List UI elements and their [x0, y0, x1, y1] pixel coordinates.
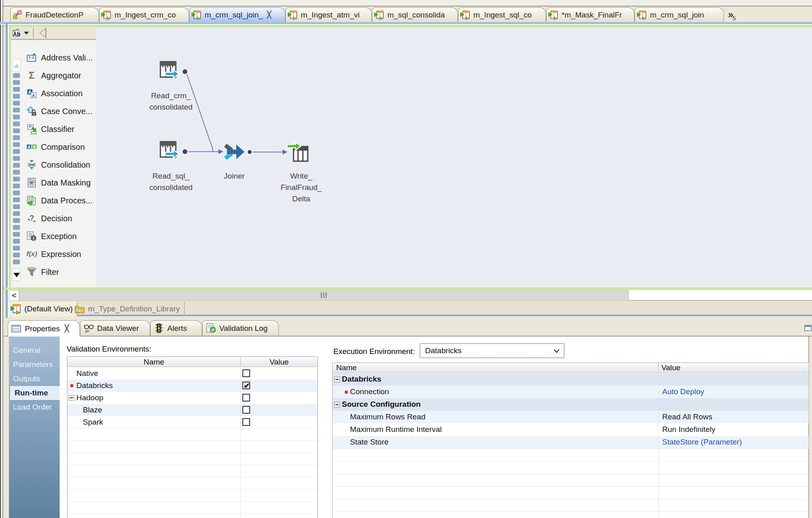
palette-item-label: Exception	[41, 232, 77, 241]
collapse-expander-icon[interactable]	[69, 395, 74, 401]
environment-row-spark[interactable]: Spark	[67, 416, 317, 428]
column-header-value[interactable]: Value	[241, 357, 317, 367]
node-label-read-sql[interactable]: Read_sql_consolidated	[138, 171, 203, 193]
node-label-joiner[interactable]: Joiner	[202, 171, 267, 182]
label-tool-dropdown-arrow[interactable]	[24, 32, 29, 35]
property-value[interactable]: StateStore (Parameter)	[662, 436, 742, 449]
column-line	[240, 490, 241, 502]
palette-item-exception[interactable]: Exception	[11, 227, 96, 245]
palette-item-data-masking[interactable]: Data Masking	[11, 174, 96, 192]
palette-item-filter[interactable]: Filter	[11, 263, 96, 281]
palette-item-association[interactable]: Association	[11, 84, 96, 102]
checkmark-icon: ✔	[244, 381, 250, 391]
property-row-maximum-runtime-interval[interactable]: Maximum Runtime Interval Run Indefinitel…	[333, 423, 809, 436]
checkbox-spark[interactable]	[242, 418, 250, 426]
empty-row	[67, 465, 317, 477]
tab-overflow-button[interactable]: »5	[728, 9, 736, 20]
palette-item-consolidation[interactable]: Consolidation	[11, 156, 96, 174]
editor-tab-m-ingest-atm-vi[interactable]: m_Ingest_atm_vi	[285, 7, 372, 22]
property-row-connection[interactable]: Connection Auto Deploy	[333, 386, 809, 398]
close-tab-icon[interactable]: ╳	[65, 324, 68, 333]
close-tab-icon[interactable]: ╳	[267, 11, 270, 19]
column-header-name[interactable]: Name	[336, 363, 357, 373]
palette-item-case-conve-[interactable]: Case Conve...	[11, 102, 96, 120]
environment-row-databricks[interactable]: Databricks ✔	[67, 380, 317, 392]
nav-item-load-order[interactable]: Load Order	[9, 400, 60, 414]
editor-tab--m-mask-finalfr[interactable]: *m_Mask_FinalFr	[546, 7, 635, 22]
execution-environment-select[interactable]: Databricks	[420, 343, 564, 358]
required-indicator	[345, 391, 348, 394]
node-icon-read-crm[interactable]	[160, 61, 180, 80]
column-header-value[interactable]: Value	[661, 363, 680, 373]
property-row-source-configuration[interactable]: Source Configuration	[333, 398, 809, 411]
editor-tab-m-ingest-sql-co[interactable]: m_Ingest_sql_co	[458, 7, 546, 22]
column-header-name[interactable]: Name	[67, 357, 240, 367]
node-icon-read-sql[interactable]	[160, 141, 180, 160]
mapping-icon	[374, 10, 384, 20]
label-tool-icon[interactable]	[12, 28, 21, 38]
tab-data-viewer[interactable]: Data Viewer	[80, 320, 150, 336]
collapse-expander-icon[interactable]	[334, 402, 340, 408]
connector-layer	[96, 27, 812, 287]
property-value[interactable]: Auto Deploy	[662, 386, 704, 398]
palette-item-expression[interactable]: f(x)Expression	[11, 245, 96, 263]
collapse-expander-icon[interactable]	[334, 377, 340, 382]
palette-item-comparison[interactable]: Comparison	[11, 138, 96, 156]
scrollbar-grip	[319, 292, 328, 298]
tab-alerts[interactable]: Alerts	[150, 320, 202, 336]
editor-tab-m-ingest-crm-co[interactable]: m_Ingest_crm_co	[99, 7, 189, 22]
environment-name: Databricks	[76, 380, 113, 392]
editor-tab-label: FraudDetectionP	[26, 11, 84, 19]
canvas-horizontal-scrollbar[interactable]: <	[9, 290, 812, 301]
tab-validation-log[interactable]: Validation Log	[202, 320, 279, 336]
palette-item-decision[interactable]: Decision	[11, 209, 96, 227]
editor-tab-m-crm-sql-join-[interactable]: m_crm_sql_join_ ╳	[189, 7, 285, 22]
palette-item-aggregator[interactable]: ΣAggregator	[11, 67, 96, 84]
environment-row-blaze[interactable]: Blaze	[67, 404, 317, 416]
checkbox-native[interactable]	[242, 369, 250, 377]
property-row-state-store[interactable]: State Store StateStore (Parameter)	[333, 436, 809, 449]
checkbox-blaze[interactable]	[242, 406, 250, 414]
property-value[interactable]: Read All Rows	[662, 411, 713, 423]
checkbox-databricks[interactable]: ✔	[242, 382, 250, 389]
column-line	[240, 465, 241, 477]
empty-row	[67, 453, 317, 465]
property-row-maximum-rows-read[interactable]: Maximum Rows Read Read All Rows	[333, 411, 809, 423]
maximize-panel-icon[interactable]	[804, 324, 812, 332]
property-value[interactable]: Run Indefinitely	[662, 423, 715, 436]
nav-item-outputs[interactable]: Outputs	[9, 372, 60, 386]
palette-item-data-proces-[interactable]: Data Proces...	[11, 192, 96, 209]
column-separator[interactable]	[658, 364, 659, 372]
editor-tab-m-crm-sql-join[interactable]: m_crm_sql_join	[635, 7, 724, 22]
nav-item-run-time[interactable]: Run-time	[10, 386, 60, 400]
view-tab--default-view-[interactable]: (Default View)	[9, 302, 78, 316]
collapse-palette-button[interactable]	[39, 28, 46, 38]
execution-environment-label: Execution Environment:	[333, 347, 415, 356]
output-port-joiner[interactable]	[247, 150, 252, 155]
node-label-read-crm[interactable]: Read_crm_consolidated	[138, 90, 203, 113]
node-icon-write[interactable]	[287, 141, 309, 162]
environment-row-hadoop[interactable]: Hadoop	[67, 392, 317, 404]
node-label-write[interactable]: Write_FinalFraud_Delta	[269, 171, 334, 205]
editor-tab-m-sql-consolida[interactable]: m_sql_consolida	[372, 7, 458, 22]
output-port-read-crm[interactable]	[182, 69, 188, 75]
nav-item-parameters[interactable]: Parameters	[9, 358, 60, 371]
environment-row-native[interactable]: Native	[67, 367, 317, 380]
mapping-icon	[460, 10, 470, 20]
property-name: Source Configuration	[342, 398, 421, 411]
expression-icon: f(x)	[26, 250, 37, 258]
empty-row	[67, 477, 317, 489]
editor-tab-frauddetectionp[interactable]: FraudDetectionP	[10, 7, 99, 22]
palette-item-classifier[interactable]: Classifier	[11, 120, 96, 138]
checkbox-hadoop[interactable]	[242, 394, 250, 401]
mapping-canvas[interactable]: Read_crm_consolidated Read_sql_consolida…	[96, 27, 812, 287]
nav-item-general[interactable]: General	[9, 343, 60, 357]
palette-item-address-vali-[interactable]: Address Vali...	[11, 49, 96, 67]
node-icon-joiner[interactable]	[224, 143, 245, 161]
scroll-left-button[interactable]: <	[9, 290, 19, 301]
property-row-databricks[interactable]: Databricks	[333, 373, 809, 386]
view-tab-m-type-definition-library[interactable]: m_Type_Definition_Library	[73, 302, 185, 316]
node-label-line: Read_sql_	[138, 171, 203, 182]
tab-properties[interactable]: Properties ╳	[8, 320, 80, 337]
output-port-read-sql[interactable]	[182, 149, 188, 155]
